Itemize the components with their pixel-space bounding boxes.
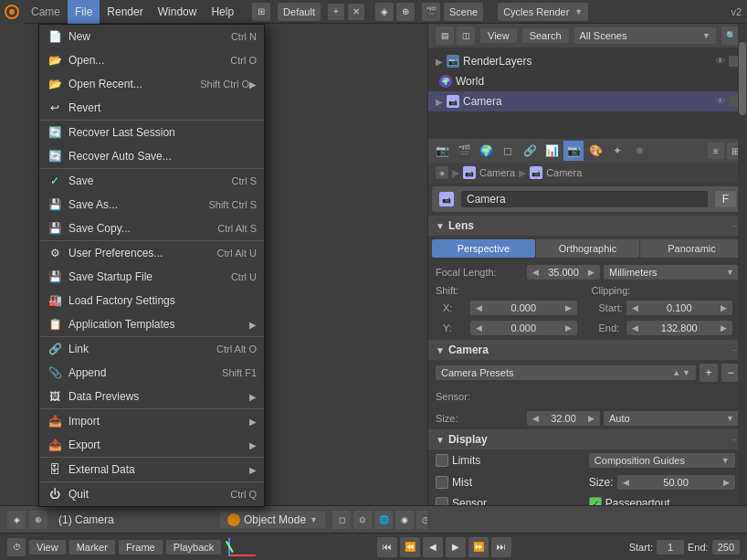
viewport-ctrl-2[interactable]: ⊙ — [353, 511, 372, 529]
props-mode-btn-1[interactable]: ≡ — [708, 143, 724, 159]
display-size-inc[interactable]: ▶ — [723, 478, 730, 487]
playback-prev-frame[interactable]: ⏪ — [400, 537, 420, 557]
timeline-view-btn[interactable]: View — [29, 540, 66, 555]
passepartout-checkbox[interactable]: ✓ — [589, 497, 602, 505]
props-icon-scene[interactable]: 🎬 — [454, 141, 474, 161]
camera-presets-field[interactable]: Camera Presets ▲ ▼ — [436, 365, 696, 380]
scene-icon[interactable]: 🎬 — [422, 3, 440, 21]
file-recover-auto[interactable]: 🔄 Recover Auto Save... — [39, 144, 264, 168]
presets-add-btn[interactable]: + — [700, 364, 718, 382]
outliner-icon-2[interactable]: ◫ — [457, 26, 475, 45]
scene-selector[interactable]: Scene — [444, 3, 483, 21]
file-save[interactable]: ✓ Save Ctrl S — [39, 169, 264, 193]
shift-y-value[interactable]: ◀ 0.000 ▶ — [470, 321, 577, 335]
viewport-ctrl-4[interactable]: ◉ — [395, 511, 414, 529]
file-quit[interactable]: ⏻ Quit Ctrl Q — [39, 482, 264, 506]
file-open-recent[interactable]: 📂 Open Recent... Shift Ctrl O ▶ — [39, 72, 264, 96]
playback-jump-start[interactable]: ⏮ — [377, 537, 397, 557]
props-scrollbar[interactable] — [738, 24, 747, 505]
shift-x-inc[interactable]: ▶ — [565, 303, 572, 312]
clipping-end-dec[interactable]: ◀ — [632, 323, 638, 333]
layout-selector[interactable]: Default — [278, 3, 321, 21]
layout-add-btn[interactable]: + — [328, 4, 344, 20]
file-link[interactable]: 🔗 Link Ctrl Alt O — [39, 337, 264, 361]
shift-y-dec[interactable]: ◀ — [476, 323, 482, 333]
props-icon-world[interactable]: 🌍 — [476, 141, 496, 161]
timeline-marker-btn[interactable]: Marker — [69, 540, 115, 555]
outliner-item-renderlayers[interactable]: ▶ 📷 RenderLayers 👁 — [428, 51, 747, 71]
focal-length-unit[interactable]: Millimeters ▼ — [604, 265, 740, 280]
object-mode-selector[interactable]: Object Mode ▼ — [220, 512, 325, 528]
render-engine-selector[interactable]: Cycles Render ▼ — [498, 3, 588, 21]
menu-file[interactable]: File — [68, 0, 100, 24]
sensor-size-value[interactable]: ◀ 32.00 ▶ — [527, 411, 600, 426]
playback-play-reverse[interactable]: ◀ — [423, 537, 443, 557]
timeline-frame-btn[interactable]: Frame — [119, 540, 163, 555]
sensor-size-inc[interactable]: ▶ — [588, 414, 594, 423]
clipping-start-value[interactable]: ◀ 0.100 ▶ — [626, 301, 733, 315]
camera-name-input[interactable] — [461, 191, 708, 207]
lens-tab-panoramic[interactable]: Panoramic — [640, 239, 743, 258]
file-new[interactable]: 📄 New Ctrl N — [39, 25, 264, 48]
start-frame-field[interactable]: 1 — [657, 540, 684, 555]
file-user-prefs[interactable]: ⚙ User Preferences... Ctrl Alt U — [39, 241, 264, 265]
menu-render[interactable]: Render — [100, 0, 150, 24]
file-data-previews[interactable]: 🖼 Data Previews ▶ — [39, 385, 264, 408]
clipping-start-dec[interactable]: ◀ — [632, 303, 638, 312]
playback-play[interactable]: ▶ — [446, 537, 466, 557]
outliner-item-camera[interactable]: ▶ 📷 Camera 👁 — [428, 91, 747, 111]
lens-tab-orthographic[interactable]: Orthographic — [536, 239, 639, 258]
file-save-as[interactable]: 💾 Save As... Shift Ctrl S — [39, 193, 264, 217]
clipping-end-inc[interactable]: ▶ — [721, 323, 727, 333]
file-external-data[interactable]: 🗄 External Data ▶ — [39, 458, 264, 481]
focal-length-value[interactable]: ◀ 35.000 ▶ — [527, 265, 600, 280]
lens-tab-perspective[interactable]: Perspective — [432, 239, 535, 258]
shift-x-value[interactable]: ◀ 0.000 ▶ — [470, 301, 577, 315]
timeline-playback-btn[interactable]: Playback — [166, 540, 222, 555]
playback-jump-end[interactable]: ⏭ — [491, 537, 511, 557]
end-frame-field[interactable]: 250 — [712, 540, 740, 555]
outliner-item-world[interactable]: 🌍 World — [428, 71, 747, 91]
engine-icon-1[interactable]: ◈ — [375, 3, 394, 21]
sensor-auto-dropdown[interactable]: Auto ▼ — [604, 411, 740, 426]
outliner-search-btn[interactable]: Search — [522, 28, 569, 43]
layout-icon[interactable]: ⊞ — [252, 3, 270, 21]
display-size-dec[interactable]: ◀ — [623, 478, 629, 487]
file-recover-last[interactable]: 🔄 Recover Last Session — [39, 121, 264, 144]
menu-window[interactable]: Window — [151, 0, 205, 24]
lens-section-header[interactable]: ▼ Lens ··· — [428, 216, 747, 236]
props-icon-object[interactable]: ◻ — [498, 141, 518, 161]
props-icon-camera[interactable]: 📷 — [563, 141, 584, 161]
file-open[interactable]: 📂 Open... Ctrl O — [39, 48, 264, 72]
composition-guides-dropdown[interactable]: Composition Guides ▼ — [589, 453, 735, 468]
clipping-end-value[interactable]: ◀ 132.800 ▶ — [626, 321, 733, 335]
mist-checkbox[interactable] — [436, 476, 448, 489]
viewport-icon-1[interactable]: ◈ — [7, 511, 26, 529]
props-icon-material[interactable]: 🎨 — [585, 141, 605, 161]
sensor-display-checkbox[interactable] — [436, 497, 448, 505]
viewport-ctrl-3[interactable]: 🌐 — [374, 511, 393, 529]
file-save-startup[interactable]: 💾 Save Startup File Ctrl U — [39, 265, 264, 289]
viewport-ctrl-1[interactable]: ◻ — [332, 511, 351, 529]
file-revert[interactable]: ↩ Revert — [39, 96, 264, 120]
timeline-icon[interactable]: ⏱ — [7, 538, 26, 556]
outliner-view-btn[interactable]: View — [480, 28, 517, 43]
layout-close-btn[interactable]: ✕ — [348, 4, 364, 20]
limits-checkbox[interactable] — [436, 454, 448, 467]
props-icon-physics[interactable]: ⚛ — [629, 141, 649, 161]
props-icon-constraints[interactable]: 🔗 — [520, 141, 540, 161]
camera-section-header[interactable]: ▼ Camera ··· — [428, 340, 747, 360]
props-scrollbar-thumb[interactable] — [739, 42, 746, 115]
shift-x-dec[interactable]: ◀ — [476, 303, 482, 312]
props-icon-particles[interactable]: ✦ — [607, 141, 627, 161]
file-import[interactable]: 📥 Import ▶ — [39, 409, 264, 433]
focal-length-inc[interactable]: ▶ — [588, 268, 594, 277]
display-section-header[interactable]: ▼ Display ··· — [428, 429, 747, 449]
clipping-start-inc[interactable]: ▶ — [721, 303, 727, 312]
playback-next-frame[interactable]: ⏩ — [468, 537, 489, 557]
engine-icon-2[interactable]: ⊕ — [396, 3, 415, 21]
outliner-icon-1[interactable]: ▤ — [436, 26, 454, 45]
display-size-value[interactable]: ◀ 50.00 ▶ — [617, 475, 735, 490]
outliner-scenes-dropdown[interactable]: All Scenes ▼ — [574, 27, 716, 44]
file-load-factory[interactable]: 🏭 Load Factory Settings — [39, 289, 264, 312]
